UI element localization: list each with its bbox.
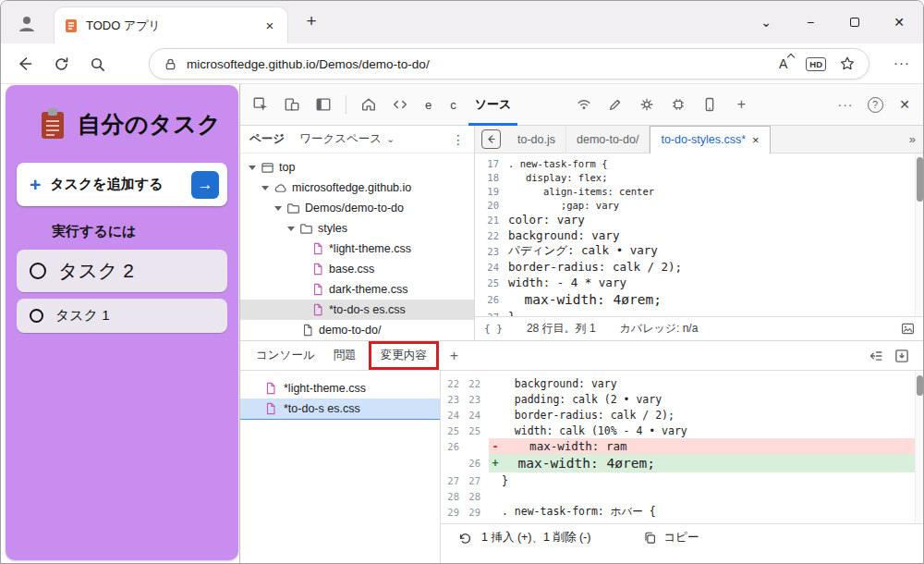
memory-chip-icon[interactable]	[665, 92, 691, 117]
tab-changes[interactable]: 変更内容	[369, 341, 439, 370]
favorites-star-icon[interactable]	[839, 55, 856, 72]
inspect-element-icon[interactable]	[248, 92, 274, 117]
refresh-button[interactable]	[53, 55, 70, 73]
expander-icon[interactable]	[287, 227, 295, 231]
task-item[interactable]: タスク 2	[17, 250, 227, 292]
tree-item-dark-theme-css[interactable]: dark-theme.css	[240, 279, 474, 300]
tab-close-icon[interactable]: ×	[261, 18, 278, 33]
devtools-tab-c[interactable]: c	[444, 84, 463, 126]
format-braces-icon[interactable]: { }	[484, 323, 503, 335]
code-line: 21color: vary	[475, 212, 924, 227]
editor-status-bar: { } 28 行目。列 1 カバレッジ: n/a	[475, 316, 924, 340]
outdent-list-icon[interactable]	[868, 348, 884, 364]
add-task-label[interactable]: タスクを追加する	[50, 176, 191, 193]
image-preview-icon[interactable]	[900, 321, 916, 337]
settings-gear-icon[interactable]	[634, 92, 660, 117]
changes-panel: *light-theme.css *to-do-s es.css 2222 ba…	[240, 371, 924, 564]
browser-menu-chevron-icon[interactable]: ⌄	[744, 1, 788, 43]
browser-tab[interactable]: TODO アプリ ×	[55, 7, 287, 43]
toolbar-divider	[346, 95, 346, 114]
editor-tab-to-do-js[interactable]: to-do.js	[507, 126, 566, 153]
tree-item-demos-folder[interactable]: Demos/demo-to-do	[240, 198, 474, 218]
editor-tab-demo-to-do[interactable]: demo-to-do/	[566, 126, 650, 153]
tab-console[interactable]: コンソール	[249, 348, 322, 363]
home-icon[interactable]	[356, 92, 382, 117]
profile-button[interactable]	[10, 8, 43, 38]
maximize-button[interactable]	[833, 1, 877, 43]
hd-badge[interactable]: HD	[806, 57, 826, 71]
new-tab-button[interactable]: +	[300, 11, 322, 31]
help-icon[interactable]: ?	[862, 92, 888, 117]
expand-drawer-icon[interactable]	[894, 348, 910, 364]
tree-item-light-theme-css[interactable]: *light-theme.css	[240, 239, 474, 259]
coverage-text: カバレッジ: n/a	[620, 321, 699, 337]
copy-button[interactable]: コピー	[643, 530, 699, 546]
code-line: 23パディング: calk • vary	[475, 243, 924, 259]
changed-file-light-theme[interactable]: *light-theme.css	[240, 377, 440, 398]
read-aloud-button[interactable]: A	[779, 56, 793, 71]
devtools-close-icon[interactable]: ✕	[892, 92, 918, 117]
add-tab-plus-icon[interactable]: +	[728, 92, 754, 117]
scrollbar-thumb[interactable]	[917, 157, 923, 202]
close-window-button[interactable]: ✕	[877, 1, 921, 43]
diff-scrollbar[interactable]	[915, 371, 924, 523]
tab-issues[interactable]: 問題	[327, 348, 363, 363]
network-conditions-icon[interactable]	[571, 92, 597, 117]
tree-item-domain[interactable]: microsoftedge.github.io	[240, 178, 474, 198]
url-text[interactable]: microsoftedge.github.io/Demos/demo-to-do…	[187, 57, 779, 71]
copy-label[interactable]: コピー	[663, 530, 699, 546]
tab-overflow-icon[interactable]: »	[900, 132, 924, 146]
editor-scrollbar[interactable]	[915, 153, 924, 316]
changed-file-to-do-styles[interactable]: *to-do-s es.css	[240, 398, 440, 420]
navigator-toggle-button[interactable]	[481, 129, 501, 149]
customize-pen-icon[interactable]	[602, 92, 628, 117]
diff-line: 2828	[441, 488, 924, 504]
scrollbar-thumb[interactable]	[917, 375, 923, 396]
read-aloud-caret-icon	[787, 54, 795, 61]
drawer-add-tab-icon[interactable]: +	[444, 348, 464, 364]
code-line: 22background: vary	[475, 227, 924, 243]
tree-item-top[interactable]: top	[240, 157, 474, 178]
close-tab-icon[interactable]: ×	[752, 133, 760, 147]
code-area[interactable]: 17. new-task-form { 18 display: flex; 19…	[475, 153, 924, 316]
navigator-tab-page[interactable]: ページ	[249, 131, 285, 147]
css-file-icon	[264, 382, 277, 395]
elements-code-icon[interactable]	[387, 92, 413, 117]
revert-undo-icon[interactable]	[457, 530, 473, 546]
expander-icon[interactable]	[261, 186, 269, 190]
minimize-button[interactable]: −	[788, 1, 833, 43]
search-icon[interactable]	[89, 55, 106, 73]
editor-tab-to-do-styles-css[interactable]: to-do-styles.css* ×	[650, 126, 770, 153]
expander-icon[interactable]	[249, 166, 256, 170]
tree-item-base-css[interactable]: base.css	[240, 259, 474, 279]
code-line: 27}	[475, 309, 924, 316]
sources-main: ページ ワークスペース ⌄ ⋮ top	[240, 126, 924, 341]
devtools-more-icon[interactable]: ···	[833, 92, 858, 117]
maximize-icon	[850, 18, 859, 27]
settings-more-button[interactable]: ···	[894, 55, 910, 70]
site-info-lock-icon[interactable]	[163, 56, 178, 72]
devtools-toolbar: e c ソース + ··· ? ✕	[240, 84, 924, 126]
browser-window: TODO アプリ × + ⌄ − ✕ microsof	[0, 0, 924, 564]
back-button[interactable]	[16, 55, 34, 73]
cloud-icon	[274, 181, 287, 195]
navigator-more-icon[interactable]: ⋮	[452, 132, 465, 147]
navigator-tab-workspace[interactable]: ワークスペース ⌄	[299, 131, 395, 147]
diff-view[interactable]: 2222 background: vary 2323 padding: calk…	[441, 371, 924, 523]
task-checkbox-circle-icon[interactable]	[30, 309, 43, 323]
expander-icon[interactable]	[274, 206, 282, 211]
task-item[interactable]: タスク 1	[17, 299, 227, 333]
clipboard-icon	[39, 107, 67, 141]
device-toolbar-icon[interactable]	[279, 92, 305, 117]
devtools-tab-e[interactable]: e	[419, 84, 438, 126]
address-bar[interactable]: microsoftedge.github.io/Demos/demo-to-do…	[149, 48, 869, 80]
task-checkbox-circle-icon[interactable]	[30, 263, 46, 279]
tree-item-styles-folder[interactable]: styles	[240, 218, 474, 239]
add-task-row[interactable]: + タスクを追加する →	[17, 163, 227, 206]
devtools-tab-sources[interactable]: ソース	[468, 84, 518, 126]
tree-item-demo-to-do[interactable]: demo-to-do/	[240, 320, 474, 340]
panel-layout-icon[interactable]	[310, 92, 336, 117]
phone-device-icon[interactable]	[697, 92, 723, 117]
add-task-submit-button[interactable]: →	[191, 171, 219, 199]
tree-item-to-do-styles-css[interactable]: *to-do-s es.css	[240, 300, 474, 320]
